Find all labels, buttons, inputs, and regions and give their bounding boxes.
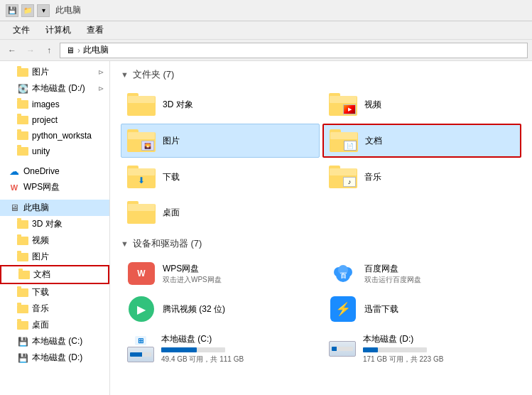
folders-header-label: 文件夹 (7) [133,68,175,81]
folder-item-music[interactable]: ♪ 音乐 [322,161,521,193]
folder-3d-large-icon [127,93,156,116]
menu-file[interactable]: 文件 [6,23,37,38]
sidebar-item-project[interactable]: project [0,112,109,128]
device-item-drive-c[interactable]: ⊞ 本地磁盘 (C:) 49.4 GB 可用，共 111 GB [121,328,320,369]
folder-pics-icon [17,251,28,263]
device-item-baidu[interactable]: 百 百度网盘 双击运行百度网盘 [322,257,521,290]
wps-cloud-icon: W [127,262,156,285]
forward-button[interactable]: → [23,43,38,58]
menu-computer[interactable]: 计算机 [38,23,78,38]
wps-drive-sublabel: 双击进入WPS网盘 [163,275,222,285]
sidebar-label-local-c: 本地磁盘 (C:) [32,335,82,347]
folder-item-documents[interactable]: 📄 文档 [322,124,521,158]
sidebar-item-desktop[interactable]: 桌面 [0,317,109,333]
svg-text:百: 百 [340,272,347,279]
folder-item-3d[interactable]: 3D 对象 [121,88,320,121]
device-item-drive-d[interactable]: 本地磁盘 (D:) 171 GB 可用，共 223 GB [322,328,521,369]
folder-3d-icon [17,219,28,230]
wps-icon: W [9,182,20,193]
sidebar-item-local-d[interactable]: 💽 本地磁盘 (D:/) ⊳ [0,80,109,97]
menu-bar: 文件 计算机 查看 [0,21,532,40]
sidebar-label-thispc: 此电脑 [23,202,49,214]
sidebar-item-videos[interactable]: 视频 [0,232,109,249]
baidu-drive-label: 百度网盘 [364,263,421,275]
sidebar-label-pictures: 图片 [32,66,49,78]
sidebar-item-3d[interactable]: 3D 对象 [0,216,109,232]
title-bar: 💾 📁 ▾ 此电脑 [0,0,532,21]
folder-item-downloads[interactable]: ⬇ 下载 [121,161,320,193]
device-item-thunder[interactable]: ⚡ 迅雷下载 [322,293,521,325]
menu-view[interactable]: 查看 [80,23,111,38]
back-button[interactable]: ← [4,43,20,58]
baidu-drive-sublabel: 双击运行百度网盘 [364,275,421,285]
folder-3d-label: 3D 对象 [163,99,193,111]
sidebar-item-images[interactable]: images [0,97,109,112]
wps-drive-label: WPS网盘 [163,263,222,275]
folder-downloads-large-icon: ⬇ [127,166,156,188]
drive-d-label: 本地磁盘 (D:) [363,333,443,345]
sidebar-item-pics[interactable]: 图片 [0,249,109,265]
sidebar-label-docs: 文档 [33,269,50,281]
folders-section-header: ▼ 文件夹 (7) [121,68,521,81]
tencent-icon: ▶ [127,298,156,320]
chevron-down-devices-icon: ▼ [121,239,129,248]
sidebar-item-onedrive[interactable]: ☁ OneDrive [0,163,109,179]
devices-section-header: ▼ 设备和驱动器 (7) [121,237,521,250]
sidebar-item-pictures[interactable]: 图片 ⊳ [0,64,109,80]
folder-documents-label: 文档 [365,135,382,147]
folder-downloads-label: 下载 [163,171,180,183]
dropdown-icon[interactable]: ▾ [37,4,50,17]
folder-music-icon [17,303,28,315]
sidebar-item-wps[interactable]: W WPS网盘 [0,179,109,195]
device-item-wps[interactable]: W WPS网盘 双击进入WPS网盘 [121,257,320,290]
folder-music-large-icon: ♪ [329,166,357,188]
folder-pictures-large-icon: 🌄 [127,129,156,152]
sidebar-item-python[interactable]: python_worksta [0,128,109,144]
sidebar-item-music[interactable]: 音乐 [0,301,109,317]
folder-videos-icon [17,235,28,247]
drive-d-icon: 💾 [17,352,28,364]
content-area: ▼ 文件夹 (7) 3D 对象 ▶ [110,61,532,395]
folder-item-pictures[interactable]: 🌄 图片 [121,124,320,158]
path-thispc: 此电脑 [83,44,109,56]
folder-desktop-icon [17,320,28,331]
sidebar-item-local-d2[interactable]: 💾 本地磁盘 (D:) [0,350,109,366]
folder-python-icon [17,130,28,141]
save-icon[interactable]: 💾 [6,4,18,17]
sidebar-item-thispc[interactable]: 🖥 此电脑 [0,200,109,216]
sidebar-label-local-d2: 本地磁盘 (D:) [32,352,82,364]
sidebar-label-videos: 视频 [32,234,49,247]
folder-desktop-large-icon [127,201,156,224]
drive-d-icon-area [329,341,356,357]
folder-item-videos[interactable]: ▶ 视频 [322,88,521,121]
thunder-label: 迅雷下载 [364,303,398,315]
folder-documents-large-icon: 📄 [330,129,358,152]
devices-grid: W WPS网盘 双击进入WPS网盘 [121,257,521,369]
window-title: 此电脑 [55,4,81,16]
up-button[interactable]: ↑ [41,43,57,58]
sidebar-label-downloads: 下载 [32,286,49,298]
path-pc-icon: 🖥 [66,45,75,55]
chevron-down-icon: ▼ [121,70,129,79]
devices-header-label: 设备和驱动器 (7) [133,237,202,250]
sidebar-label-python: python_worksta [32,131,92,141]
sidebar-label-3d: 3D 对象 [32,218,63,230]
folder-icon[interactable]: 📁 [21,4,34,17]
sidebar-item-unity[interactable]: unity [0,144,109,159]
thunder-icon: ⚡ [329,298,357,320]
sidebar-label-unity: unity [32,146,50,156]
device-item-tencent[interactable]: ▶ 腾讯视频 (32 位) [121,293,320,325]
sidebar-item-docs[interactable]: 文档 [0,265,109,284]
folder-item-desktop[interactable]: 桌面 [121,196,320,229]
folder-small-icon [17,67,28,78]
onedrive-icon: ☁ [9,166,20,177]
sidebar-item-local-c[interactable]: 💾 本地磁盘 (C:) [0,333,109,350]
drive-c-icon-area: ⊞ [127,336,154,362]
drive-c-label: 本地磁盘 (C:) [161,333,244,345]
folder-videos-large-icon: ▶ [329,93,357,116]
drive-c-icon: 💾 [17,336,28,347]
address-path[interactable]: 🖥 › 此电脑 [60,43,528,58]
title-bar-controls[interactable]: 💾 📁 ▾ [6,4,50,17]
sidebar-label-local-d: 本地磁盘 (D:/) [32,82,85,94]
sidebar-item-downloads[interactable]: 下载 [0,284,109,301]
